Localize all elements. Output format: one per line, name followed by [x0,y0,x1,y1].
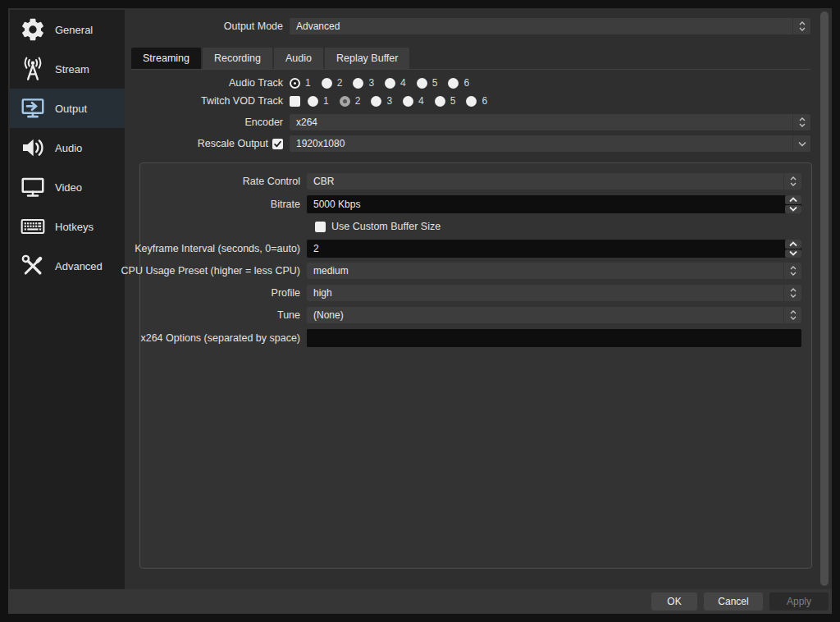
combo-updown-icon[interactable] [792,18,810,34]
vod-track-radio-1[interactable] [308,96,318,107]
vod-track-radio-2[interactable] [340,96,350,107]
custom-buffer-row: Use Custom Buffer Size [315,221,801,232]
settings-sidebar: General Stream [10,10,125,589]
spin-up-button[interactable] [785,195,801,204]
rescale-resolution-select[interactable]: 1920x1080 [290,135,810,152]
keyboard-icon [18,212,48,241]
audio-track-radio-6[interactable] [448,78,459,89]
audio-track-label: Audio Track [131,77,290,89]
profile-row: Profile high [150,285,801,301]
monitor-icon [18,172,48,202]
twitch-vod-track-row: Twitch VOD Track 1 2 3 4 5 6 [131,95,810,107]
settings-content: Output Mode Advanced Streaming Recording… [131,10,810,569]
output-mode-select[interactable]: Advanced [290,18,810,34]
sidebar-item-label: Audio [55,142,82,154]
sidebar-item-label: General [55,24,93,36]
twitch-vod-enable-checkbox[interactable] [290,96,300,107]
profile-select[interactable]: high [307,285,801,301]
sidebar-item-stream[interactable]: Stream [10,49,125,89]
audio-track-radio-2[interactable] [322,78,332,89]
rate-control-row: Rate Control CBR [150,173,801,190]
twitch-vod-track-label: Twitch VOD Track [131,95,290,107]
checkmark-icon [273,139,282,149]
output-mode-label: Output Mode [131,21,290,32]
vod-track-radio-4[interactable] [403,96,413,107]
encoder-label: Encoder [131,117,290,128]
spin-up-button[interactable] [785,240,801,249]
audio-track-row: Audio Track 1 2 3 4 5 6 [131,77,810,89]
speaker-icon [18,133,48,162]
vertical-scrollbar[interactable] [820,11,829,586]
audio-track-radios: 1 2 3 4 5 6 [290,77,480,89]
vod-track-radio-6[interactable] [466,96,477,107]
settings-dialog: General Stream [8,8,832,614]
cpu-preset-label: CPU Usage Preset (higher = less CPU) [150,265,307,277]
tab-recording[interactable]: Recording [203,48,272,69]
encoder-settings-group: Rate Control CBR Bitrate 5000 Kbps [139,162,812,569]
spin-down-button[interactable] [785,249,801,258]
combo-updown-icon[interactable] [783,307,801,323]
bitrate-input[interactable]: 5000 Kbps [307,195,801,213]
combo-updown-icon[interactable] [792,114,810,130]
sidebar-item-video[interactable]: Video [10,167,125,207]
tune-row: Tune (None) [150,307,801,323]
keyframe-interval-row: Keyframe Interval (seconds, 0=auto) 2 [150,240,801,258]
dialog-button-strip: OK Cancel Apply [8,589,832,614]
tune-label: Tune [150,309,307,321]
combo-updown-icon[interactable] [783,173,801,190]
custom-buffer-label: Use Custom Buffer Size [331,221,441,232]
vod-track-radio-3[interactable] [371,96,381,107]
sidebar-item-output[interactable]: Output [10,89,125,128]
keyframe-interval-label: Keyframe Interval (seconds, 0=auto) [150,243,307,254]
tab-replay-buffer[interactable]: Replay Buffer [325,48,410,69]
audio-track-radio-5[interactable] [417,78,427,89]
x264-options-input[interactable] [307,329,801,347]
sidebar-item-label: Hotkeys [55,221,94,233]
output-mode-row: Output Mode Advanced [131,18,810,34]
x264-options-label: x264 Options (separated by space) [150,332,307,344]
cpu-preset-select[interactable]: medium [307,263,801,279]
combo-updown-icon[interactable] [783,285,801,301]
chevron-down-icon[interactable] [792,135,810,152]
sidebar-item-label: Stream [55,63,89,75]
sidebar-item-general[interactable]: General [10,10,125,49]
streaming-tab-pane: Audio Track 1 2 3 4 5 6 Twitch VOD Track… [131,69,810,569]
output-tabbar: Streaming Recording Audio Replay Buffer [131,48,810,69]
audio-track-radio-3[interactable] [353,78,363,89]
encoder-row: Encoder x264 [131,114,810,130]
sidebar-item-label: Video [55,181,82,194]
bitrate-row: Bitrate 5000 Kbps [150,195,801,213]
keyframe-interval-input[interactable]: 2 [307,240,801,258]
combo-updown-icon[interactable] [783,263,801,279]
tab-streaming[interactable]: Streaming [131,48,201,69]
cpu-preset-row: CPU Usage Preset (higher = less CPU) med… [150,263,801,279]
rescale-output-label: Rescale Output [198,138,268,149]
cancel-button[interactable]: Cancel [704,592,763,611]
custom-buffer-checkbox[interactable] [315,222,326,232]
vod-track-radio-5[interactable] [435,96,445,107]
apply-button[interactable]: Apply [769,592,829,611]
audio-track-radio-4[interactable] [385,78,395,89]
x264-options-row: x264 Options (separated by space) [150,329,801,347]
encoder-select[interactable]: x264 [290,114,810,130]
bitrate-label: Bitrate [150,199,307,210]
rate-control-label: Rate Control [150,176,307,187]
sidebar-item-audio[interactable]: Audio [10,128,125,167]
twitch-vod-track-controls: 1 2 3 4 5 6 [290,95,498,107]
rescale-output-checkbox[interactable] [272,139,283,149]
tab-audio[interactable]: Audio [274,48,323,69]
spin-down-button[interactable] [785,205,801,214]
sidebar-item-advanced[interactable]: Advanced [10,246,125,286]
monitor-arrow-icon [18,94,48,123]
broadcast-icon [18,54,48,84]
ok-button[interactable]: OK [651,592,697,611]
tools-icon [18,251,48,281]
sidebar-item-label: Output [55,103,87,115]
sidebar-item-label: Advanced [55,260,103,272]
profile-label: Profile [150,287,307,299]
tune-select[interactable]: (None) [307,307,801,323]
audio-track-radio-1[interactable] [290,78,300,89]
gear-icon [18,15,48,44]
rate-control-select[interactable]: CBR [307,173,801,190]
sidebar-item-hotkeys[interactable]: Hotkeys [10,207,125,246]
